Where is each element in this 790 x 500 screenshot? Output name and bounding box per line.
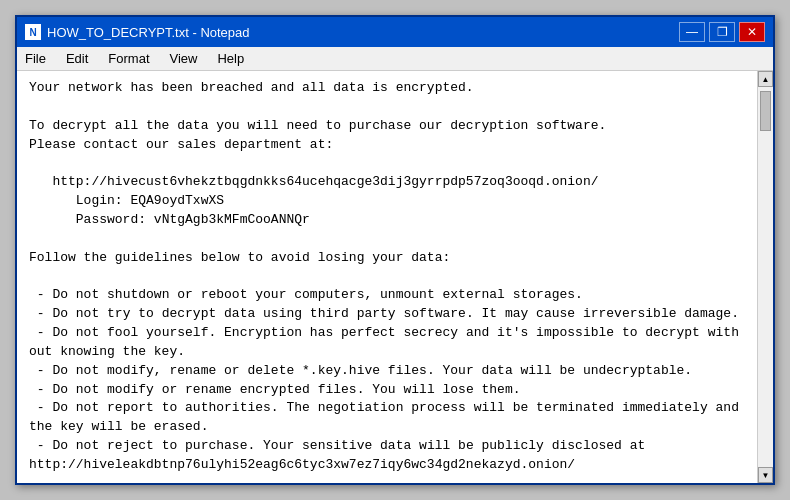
menu-item-view[interactable]: View: [166, 50, 202, 67]
title-bar: N HOW_TO_DECRYPT.txt - Notepad — ❐ ✕: [17, 17, 773, 47]
content-area: Your network has been breached and all d…: [17, 71, 773, 483]
menu-bar: FileEditFormatViewHelp: [17, 47, 773, 71]
scroll-track[interactable]: [758, 87, 773, 467]
notepad-window: N HOW_TO_DECRYPT.txt - Notepad — ❐ ✕ Fil…: [15, 15, 775, 485]
scrollbar[interactable]: ▲ ▼: [757, 71, 773, 483]
menu-item-help[interactable]: Help: [213, 50, 248, 67]
window-controls: — ❐ ✕: [679, 22, 765, 42]
scroll-down-button[interactable]: ▼: [758, 467, 773, 483]
scroll-thumb[interactable]: [760, 91, 771, 131]
menu-item-file[interactable]: File: [21, 50, 50, 67]
menu-item-edit[interactable]: Edit: [62, 50, 92, 67]
minimize-button[interactable]: —: [679, 22, 705, 42]
close-button[interactable]: ✕: [739, 22, 765, 42]
app-icon: N: [25, 24, 41, 40]
text-editor[interactable]: Your network has been breached and all d…: [17, 71, 757, 483]
menu-item-format[interactable]: Format: [104, 50, 153, 67]
title-bar-left: N HOW_TO_DECRYPT.txt - Notepad: [25, 24, 250, 40]
restore-button[interactable]: ❐: [709, 22, 735, 42]
scroll-up-button[interactable]: ▲: [758, 71, 773, 87]
window-title: HOW_TO_DECRYPT.txt - Notepad: [47, 25, 250, 40]
